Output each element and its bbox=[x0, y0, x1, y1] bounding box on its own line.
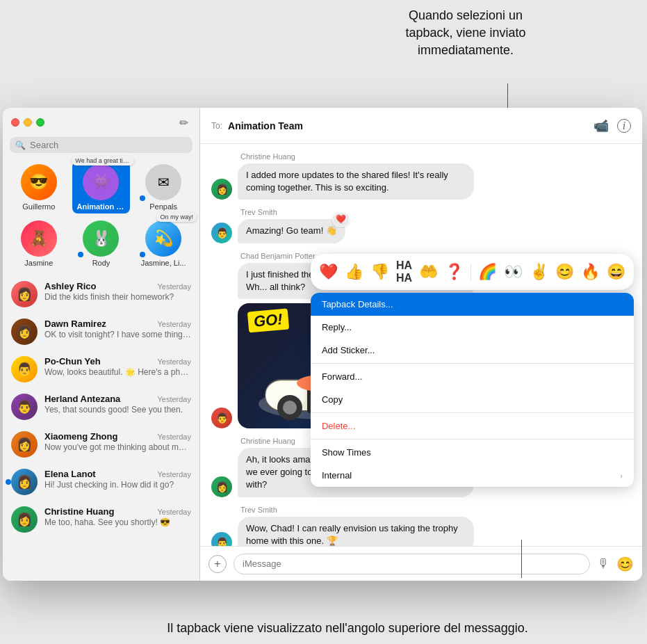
avatar-ashley: 👩 bbox=[11, 281, 38, 307]
avatar-animation-team: 👾 bbox=[83, 164, 119, 200]
conv-name-pochun: Po-Chun Yeh bbox=[44, 356, 101, 367]
annotation-bottom: Il tapback viene visualizzato nell'angol… bbox=[139, 620, 556, 637]
conv-item-herland[interactable]: 👨 Herland Antezana Yesterday Yes, that s… bbox=[3, 388, 199, 426]
msg-row-5: 👨 Wow, Chad! I can really envision us ta… bbox=[211, 517, 631, 547]
maximize-button[interactable] bbox=[36, 118, 44, 127]
tapback-hands[interactable]: 🤲 bbox=[418, 261, 439, 282]
ctx-tapback-details[interactable]: Tapback Details... bbox=[311, 293, 634, 316]
tapback-thumbsdown[interactable]: 👎 bbox=[369, 261, 391, 282]
conv-time-ashley: Yesterday bbox=[157, 282, 191, 291]
compose-button[interactable]: ✏ bbox=[177, 115, 191, 131]
msg-sender-2: Trev Smith bbox=[211, 208, 631, 216]
tapback-peace[interactable]: ✌️ bbox=[528, 261, 550, 282]
conv-preview-pochun: Wow, looks beautiful. 🌟 Here's a photo o… bbox=[44, 367, 191, 377]
tapback-eyes[interactable]: 👀 bbox=[502, 261, 524, 282]
tapback-badge-2: ❤️ bbox=[332, 212, 350, 227]
conv-item-ashley[interactable]: 👩 Ashley Rico Yesterday Did the kids fin… bbox=[3, 275, 199, 313]
msg-avatar-chad-1: 👨 bbox=[211, 408, 232, 428]
chat-header-actions: 📹 i bbox=[593, 118, 631, 134]
conv-item-christine[interactable]: 👩 Christine Huang Yesterday Me too, haha… bbox=[3, 501, 199, 538]
traffic-lights bbox=[11, 118, 44, 127]
tapback-heart[interactable]: ❤️ bbox=[318, 261, 339, 282]
ctx-internal[interactable]: Internal › bbox=[311, 464, 634, 487]
conv-preview-ashley: Did the kids finish their homework? bbox=[44, 292, 191, 302]
ctx-delete[interactable]: Delete... bbox=[311, 414, 634, 437]
ctx-separator-3 bbox=[311, 439, 634, 440]
avatar-herland: 👨 bbox=[11, 394, 38, 420]
ctx-internal-arrow: › bbox=[620, 472, 623, 480]
msg-avatar-christine-2: 👩 bbox=[211, 476, 232, 497]
conv-preview-dawn: OK to visit tonight? I have some things … bbox=[44, 330, 191, 339]
close-button[interactable] bbox=[11, 118, 19, 127]
conv-name-ashley: Ashley Rico bbox=[44, 281, 96, 291]
audio-input-icon[interactable]: 🎙 bbox=[597, 556, 609, 571]
avatar-guillermo: 😎 bbox=[21, 164, 57, 200]
elena-unread-dot bbox=[6, 479, 11, 485]
context-menu: Tapback Details... Reply... Add Sticker.… bbox=[311, 293, 634, 487]
video-call-icon[interactable]: 📹 bbox=[593, 118, 609, 134]
add-attachment-button[interactable]: + bbox=[208, 555, 227, 573]
pinned-contact-animation-team[interactable]: We had a great time. Home with... 👾 Anim… bbox=[72, 161, 131, 214]
conv-item-xiaomeng[interactable]: 👩 Xiaomeng Zhong Yesterday Now you've go… bbox=[3, 426, 199, 463]
message-input[interactable] bbox=[234, 554, 590, 574]
animation-team-preview: We had a great time. Home with... bbox=[72, 156, 134, 166]
annotation-top: Quando selezioni un tapback, viene invia… bbox=[334, 7, 598, 60]
pinned-name-jasmine: Jasmine bbox=[24, 259, 53, 267]
ctx-show-times[interactable]: Show Times bbox=[311, 441, 634, 464]
info-icon[interactable]: i bbox=[617, 119, 631, 133]
pinned-contact-guillermo[interactable]: 😎 Guillermo bbox=[10, 161, 68, 214]
pinned-contact-jasmine-li[interactable]: On my way! 💫 Jasmine, Li... bbox=[134, 218, 193, 270]
msg-avatar-christine-1: 👩 bbox=[211, 179, 232, 200]
penpals-unread-dot bbox=[140, 195, 145, 201]
msg-group-5: Trev Smith 👨 Wow, Chad! I can really env… bbox=[211, 506, 631, 547]
tapback-thumbsup[interactable]: 👍 bbox=[343, 261, 365, 282]
pinned-contact-rody[interactable]: 🐰 Rody bbox=[72, 218, 131, 270]
pinned-name-animation-team: Animation Team bbox=[76, 202, 125, 211]
tapback-question[interactable]: ❓ bbox=[443, 261, 465, 282]
go-sticker: GO! bbox=[247, 308, 289, 332]
pinned-name-penpals: Penpals bbox=[149, 202, 177, 211]
conv-time-elena: Yesterday bbox=[157, 470, 191, 478]
pinned-section: 😎 Guillermo We had a great time. Home wi… bbox=[3, 159, 199, 273]
bubble-1: I added more updates to the shared files… bbox=[238, 163, 474, 200]
pinned-contact-penpals[interactable]: ✉ Penpals bbox=[134, 161, 193, 214]
tapback-rainbow[interactable]: 🌈 bbox=[477, 261, 498, 282]
jasmine-li-preview: On my way! bbox=[156, 212, 197, 222]
conv-name-elena: Elena Lanot bbox=[44, 469, 96, 479]
conv-name-herland: Herland Antezana bbox=[44, 394, 120, 404]
chat-area: To: Animation Team 📹 i Christine Huang 👩… bbox=[200, 108, 642, 581]
search-bar[interactable]: 🔍 bbox=[10, 137, 193, 153]
conv-name-christine: Christine Huang bbox=[44, 506, 114, 517]
tapback-reaction-row[interactable]: ❤️ 👍 👎 HAHA 🤲 ❓ 🌈 👀 ✌️ 😊 🔥 😄 bbox=[311, 254, 634, 290]
msg-avatar-trev-2: 👨 bbox=[211, 532, 232, 546]
rody-status-dot bbox=[78, 252, 83, 257]
conv-item-dawn[interactable]: 👩 Dawn Ramirez Yesterday OK to visit ton… bbox=[3, 313, 199, 351]
conv-preview-elena: Hi! Just checking in. How did it go? bbox=[44, 480, 191, 490]
tapback-smiley[interactable]: 😄 bbox=[605, 261, 627, 282]
conv-item-elena[interactable]: 👩 Elena Lanot Yesterday Hi! Just checkin… bbox=[3, 463, 199, 501]
ctx-reply[interactable]: Reply... bbox=[311, 316, 634, 339]
msg-group-1: Christine Huang 👩 I added more updates t… bbox=[211, 152, 631, 200]
avatar-jasmine-li: 💫 bbox=[145, 220, 181, 257]
avatar-christine: 👩 bbox=[11, 506, 38, 533]
emoji-button[interactable]: 😊 bbox=[616, 556, 634, 572]
msg-row-2: 👨 Amazing! Go team! 👋 ❤️ bbox=[211, 219, 631, 243]
ctx-copy[interactable]: Copy bbox=[311, 388, 634, 411]
avatar-penpals: ✉ bbox=[145, 164, 181, 200]
pinned-name-guillermo: Guillermo bbox=[22, 202, 55, 211]
tapback-fire[interactable]: 🔥 bbox=[580, 261, 601, 282]
pinned-contact-jasmine[interactable]: 🧸 Jasmine bbox=[10, 218, 68, 270]
tapback-haha[interactable]: HAHA bbox=[395, 258, 413, 286]
tapback-smile[interactable]: 😊 bbox=[554, 261, 575, 282]
ctx-add-sticker[interactable]: Add Sticker... bbox=[311, 339, 634, 362]
conv-item-pochun[interactable]: 👨 Po-Chun Yeh Yesterday Wow, looks beaut… bbox=[3, 351, 199, 388]
tapback-divider bbox=[470, 264, 471, 280]
chat-header: To: Animation Team 📹 i bbox=[200, 108, 642, 144]
minimize-button[interactable] bbox=[24, 118, 32, 127]
search-input[interactable] bbox=[30, 140, 187, 150]
input-bar: + 🎙 😊 bbox=[200, 546, 642, 581]
conv-name-xiaomeng: Xiaomeng Zhong bbox=[44, 431, 117, 442]
ctx-forward[interactable]: Forward... bbox=[311, 365, 634, 388]
avatar-xiaomeng: 👩 bbox=[11, 431, 38, 458]
msg-sender-1: Christine Huang bbox=[211, 152, 631, 161]
